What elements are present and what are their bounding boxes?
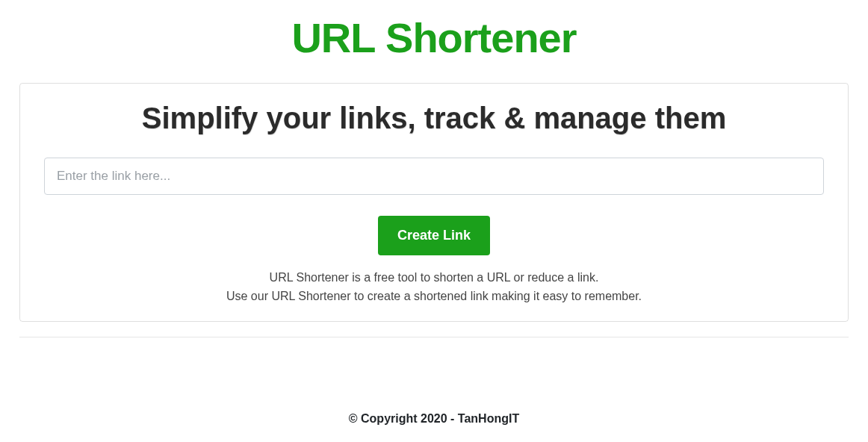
card-heading: Simplify your links, track & manage them — [44, 102, 824, 135]
desc-line-1: URL Shortener is a free tool to shorten … — [270, 271, 599, 284]
desc-line-2: Use our URL Shortener to create a shorte… — [226, 290, 642, 302]
description-text: URL Shortener is a free tool to shorten … — [44, 269, 824, 306]
footer-copyright: © Copyright 2020 - TanHongIT — [19, 412, 849, 441]
create-link-button[interactable]: Create Link — [378, 216, 490, 255]
button-row: Create Link — [44, 216, 824, 255]
shortener-card: Simplify your links, track & manage them… — [19, 83, 849, 322]
url-input[interactable] — [44, 158, 824, 195]
divider — [19, 337, 849, 337]
page-title: URL Shortener — [19, 13, 849, 62]
